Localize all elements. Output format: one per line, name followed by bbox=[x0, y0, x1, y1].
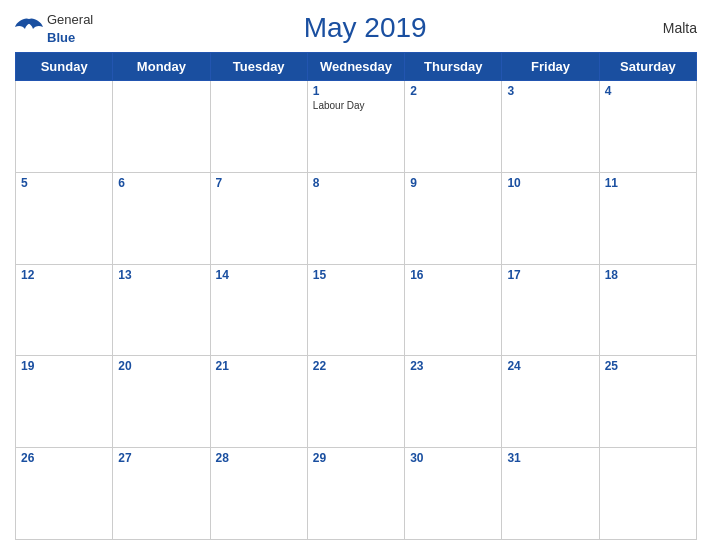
day-number: 30 bbox=[410, 451, 496, 465]
calendar-cell: 24 bbox=[502, 356, 599, 448]
calendar-cell: 13 bbox=[113, 264, 210, 356]
calendar-cell: 8 bbox=[307, 172, 404, 264]
day-number: 21 bbox=[216, 359, 302, 373]
calendar-cell: 5 bbox=[16, 172, 113, 264]
day-header-wednesday: Wednesday bbox=[307, 53, 404, 81]
calendar-cell: 19 bbox=[16, 356, 113, 448]
calendar-cell: 20 bbox=[113, 356, 210, 448]
day-number: 31 bbox=[507, 451, 593, 465]
calendar-cell: 25 bbox=[599, 356, 696, 448]
calendar-cell: 23 bbox=[405, 356, 502, 448]
day-number: 23 bbox=[410, 359, 496, 373]
day-number: 4 bbox=[605, 84, 691, 98]
calendar-cell: 6 bbox=[113, 172, 210, 264]
week-row-3: 12131415161718 bbox=[16, 264, 697, 356]
week-row-2: 567891011 bbox=[16, 172, 697, 264]
day-header-saturday: Saturday bbox=[599, 53, 696, 81]
calendar-cell: 11 bbox=[599, 172, 696, 264]
calendar-cell bbox=[113, 81, 210, 173]
calendar-cell: 4 bbox=[599, 81, 696, 173]
day-number: 11 bbox=[605, 176, 691, 190]
calendar-cell: 9 bbox=[405, 172, 502, 264]
country-label: Malta bbox=[637, 20, 697, 36]
page-header: General Blue May 2019 Malta bbox=[15, 10, 697, 52]
calendar-cell: 30 bbox=[405, 448, 502, 540]
day-number: 28 bbox=[216, 451, 302, 465]
day-number: 15 bbox=[313, 268, 399, 282]
day-number: 6 bbox=[118, 176, 204, 190]
logo-blue: Blue bbox=[47, 30, 75, 45]
calendar-body: 1Labour Day23456789101112131415161718192… bbox=[16, 81, 697, 540]
logo-text: General Blue bbox=[47, 10, 93, 46]
week-row-1: 1Labour Day234 bbox=[16, 81, 697, 173]
day-number: 29 bbox=[313, 451, 399, 465]
calendar-cell: 7 bbox=[210, 172, 307, 264]
calendar-cell: 3 bbox=[502, 81, 599, 173]
day-header-tuesday: Tuesday bbox=[210, 53, 307, 81]
logo-general: General bbox=[47, 12, 93, 27]
day-number: 17 bbox=[507, 268, 593, 282]
day-number: 26 bbox=[21, 451, 107, 465]
week-row-4: 19202122232425 bbox=[16, 356, 697, 448]
calendar-cell: 16 bbox=[405, 264, 502, 356]
day-header-monday: Monday bbox=[113, 53, 210, 81]
calendar-cell bbox=[16, 81, 113, 173]
day-number: 24 bbox=[507, 359, 593, 373]
day-header-thursday: Thursday bbox=[405, 53, 502, 81]
calendar-title: May 2019 bbox=[93, 12, 637, 44]
day-number: 9 bbox=[410, 176, 496, 190]
calendar-cell: 28 bbox=[210, 448, 307, 540]
calendar-cell: 15 bbox=[307, 264, 404, 356]
day-number: 8 bbox=[313, 176, 399, 190]
day-number: 19 bbox=[21, 359, 107, 373]
logo-bird-icon bbox=[15, 17, 43, 39]
day-number: 12 bbox=[21, 268, 107, 282]
day-number: 22 bbox=[313, 359, 399, 373]
day-header-sunday: Sunday bbox=[16, 53, 113, 81]
day-number: 10 bbox=[507, 176, 593, 190]
day-number: 1 bbox=[313, 84, 399, 98]
calendar-cell bbox=[210, 81, 307, 173]
calendar-cell: 2 bbox=[405, 81, 502, 173]
day-number: 20 bbox=[118, 359, 204, 373]
calendar-cell: 21 bbox=[210, 356, 307, 448]
calendar-cell: 29 bbox=[307, 448, 404, 540]
calendar-cell: 26 bbox=[16, 448, 113, 540]
calendar-cell: 31 bbox=[502, 448, 599, 540]
day-header-friday: Friday bbox=[502, 53, 599, 81]
day-number: 13 bbox=[118, 268, 204, 282]
logo: General Blue bbox=[15, 10, 93, 46]
days-header-row: SundayMondayTuesdayWednesdayThursdayFrid… bbox=[16, 53, 697, 81]
day-number: 27 bbox=[118, 451, 204, 465]
calendar-cell: 22 bbox=[307, 356, 404, 448]
week-row-5: 262728293031 bbox=[16, 448, 697, 540]
day-number: 2 bbox=[410, 84, 496, 98]
day-number: 7 bbox=[216, 176, 302, 190]
day-number: 18 bbox=[605, 268, 691, 282]
day-number: 25 bbox=[605, 359, 691, 373]
calendar-cell: 1Labour Day bbox=[307, 81, 404, 173]
day-number: 16 bbox=[410, 268, 496, 282]
calendar-cell: 12 bbox=[16, 264, 113, 356]
calendar-cell: 27 bbox=[113, 448, 210, 540]
day-number: 3 bbox=[507, 84, 593, 98]
day-number: 14 bbox=[216, 268, 302, 282]
calendar-cell: 17 bbox=[502, 264, 599, 356]
calendar-cell: 18 bbox=[599, 264, 696, 356]
holiday-label: Labour Day bbox=[313, 100, 399, 111]
calendar-cell bbox=[599, 448, 696, 540]
day-number: 5 bbox=[21, 176, 107, 190]
calendar-cell: 14 bbox=[210, 264, 307, 356]
calendar-table: SundayMondayTuesdayWednesdayThursdayFrid… bbox=[15, 52, 697, 540]
calendar-cell: 10 bbox=[502, 172, 599, 264]
